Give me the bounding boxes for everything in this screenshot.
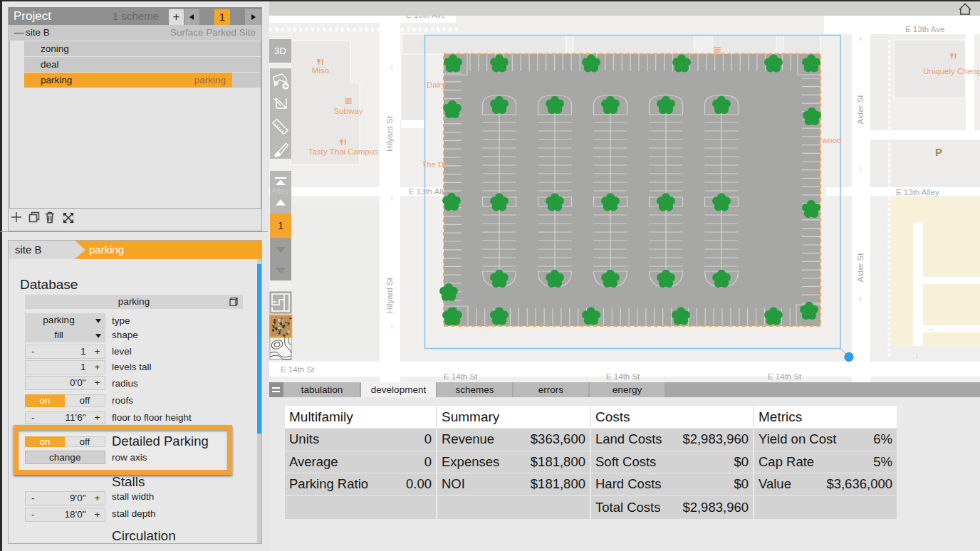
svg-text:↓: ↓ bbox=[858, 163, 862, 173]
svg-text:Miso: Miso bbox=[312, 66, 329, 75]
svg-text:Subway: Subway bbox=[334, 107, 363, 115]
svg-text:Alder St: Alder St bbox=[856, 253, 865, 283]
svg-text:↑: ↑ bbox=[390, 193, 394, 203]
svg-text:E 13th Alley: E 13th Alley bbox=[896, 188, 939, 196]
svg-text:↑: ↑ bbox=[390, 63, 394, 73]
svg-text:Alder St: Alder St bbox=[856, 95, 865, 125]
svg-text:Tasty Thai Campus: Tasty Thai Campus bbox=[308, 147, 378, 156]
svg-text:Hilyard St: Hilyard St bbox=[385, 115, 394, 152]
svg-text:↑: ↑ bbox=[390, 322, 394, 332]
svg-text:Uniquely Chengd: Uniquely Chengd bbox=[923, 67, 980, 75]
svg-text:E 14th St: E 14th St bbox=[606, 372, 640, 381]
svg-text:The De: The De bbox=[422, 160, 449, 169]
svg-text:E 13th All: E 13th All bbox=[409, 187, 444, 196]
svg-text:Alley: Alley bbox=[271, 187, 289, 195]
svg-text:1: 1 bbox=[278, 220, 283, 231]
svg-text:↓: ↓ bbox=[914, 350, 919, 360]
svg-text:P: P bbox=[935, 146, 942, 158]
svg-text:3D: 3D bbox=[274, 46, 287, 56]
svg-text:wood: wood bbox=[821, 136, 842, 145]
svg-text:→: → bbox=[926, 323, 934, 333]
svg-text:E 14th St: E 14th St bbox=[281, 365, 315, 374]
svg-text:E 14th St: E 14th St bbox=[444, 372, 478, 381]
svg-text:Dairy: Dairy bbox=[427, 80, 446, 89]
svg-text:E 13th Ave: E 13th Ave bbox=[905, 25, 944, 33]
svg-text:Hilyard St: Hilyard St bbox=[385, 277, 394, 313]
svg-text:↓: ↓ bbox=[858, 33, 862, 43]
svg-text:↓: ↓ bbox=[858, 293, 862, 303]
svg-text:E 14th St: E 14th St bbox=[768, 372, 802, 381]
